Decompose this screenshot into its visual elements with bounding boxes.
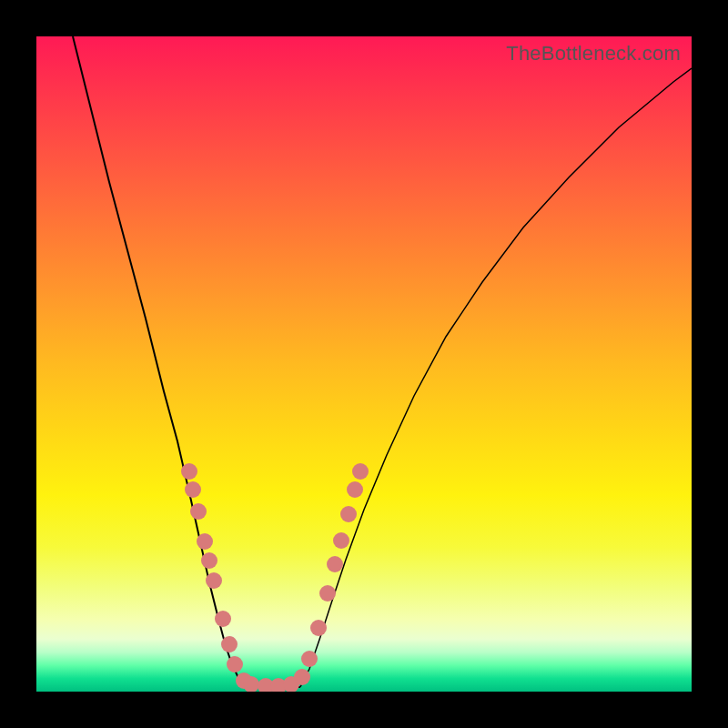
data-dot [347,481,363,498]
data-dot [352,463,369,480]
chart-svg [36,36,692,692]
data-dot [215,611,231,627]
data-dot [221,636,238,652]
data-dot [190,503,207,520]
data-dot [206,572,222,589]
data-dot [197,533,213,550]
data-dot [294,669,310,685]
data-dot [227,656,243,672]
data-dot [327,556,343,572]
chart-frame: TheBottleneck.com [0,0,728,728]
data-dot [310,620,327,636]
data-dot [340,506,357,522]
data-dot [201,552,217,569]
gradient-plot-area: TheBottleneck.com [36,36,692,692]
data-dot [301,651,318,667]
data-dot [319,585,336,602]
data-dot [333,532,349,549]
right-curve [300,68,692,687]
left-curve [73,36,246,687]
data-dot [181,463,197,480]
data-dot [185,481,201,498]
